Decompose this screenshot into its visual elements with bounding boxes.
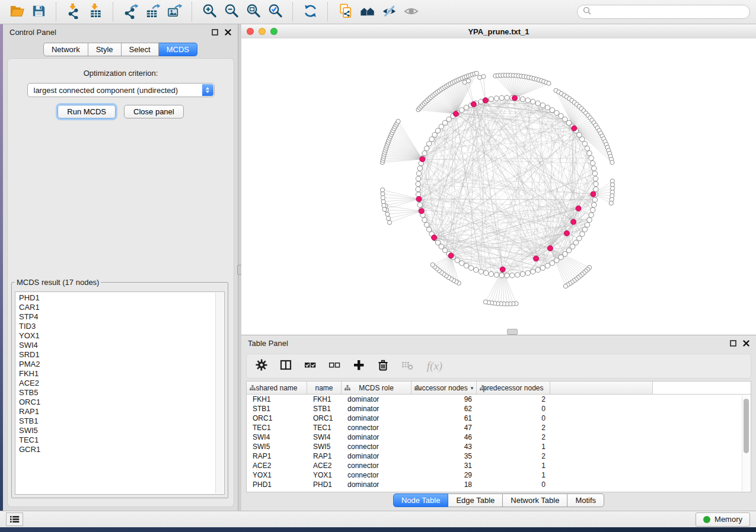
refresh-layout-button[interactable] [299, 1, 321, 23]
column-header-name[interactable]: name [307, 382, 342, 395]
mcds-result-item[interactable]: PHD1 [19, 293, 216, 303]
window-minimize-light[interactable] [259, 28, 266, 35]
mcds-result-item[interactable]: TID3 [19, 322, 216, 331]
column-type-icon [414, 385, 420, 390]
table-row[interactable]: SWI5SWI5connector431 [247, 442, 751, 451]
table-row[interactable]: RAP1RAP1dominator352 [247, 451, 751, 461]
criterion-select[interactable]: largest connected component (undirected) [27, 83, 215, 97]
mcds-result-item[interactable]: SWI4 [19, 341, 216, 350]
settings-button[interactable] [254, 359, 269, 373]
columns-button[interactable] [279, 359, 293, 373]
network-titlebar[interactable]: YPA_prune.txt_1 [241, 24, 756, 39]
clear-table-button [400, 359, 414, 373]
cell-name: RAP1 [307, 452, 342, 460]
mcds-result-item[interactable]: CAR1 [19, 303, 216, 312]
delete-row-button[interactable] [376, 359, 390, 373]
cell-MCDS-role: connector [342, 424, 412, 432]
status-menu-button[interactable] [6, 512, 23, 526]
table-row[interactable]: STB1STB1dominator620 [247, 404, 751, 414]
table-scrollbar[interactable] [742, 395, 750, 491]
open-file-button[interactable] [6, 1, 28, 23]
column-header-shared-name[interactable]: shared name [247, 382, 307, 395]
mcds-result-item[interactable]: PMA2 [19, 360, 216, 369]
table-row[interactable]: YOX1YOX1connector291 [247, 470, 751, 480]
network-canvas[interactable] [241, 39, 756, 335]
import-network-button[interactable] [63, 1, 85, 23]
deselect-all-button[interactable] [327, 359, 342, 373]
cell-shared-name: RAP1 [247, 452, 307, 460]
cell-MCDS-role: dominator [342, 395, 412, 403]
mcds-result-item[interactable]: SRD1 [19, 350, 216, 360]
save-session-button[interactable] [28, 1, 50, 23]
run-mcds-button[interactable]: Run MCDS [58, 105, 116, 118]
mcds-result-item[interactable]: FKH1 [19, 369, 216, 379]
tab-style[interactable]: Style [88, 43, 122, 56]
add-row-button[interactable] [352, 359, 366, 373]
float-panel-icon[interactable] [212, 29, 218, 36]
close-panel-button[interactable]: Close panel [124, 105, 184, 118]
zoom-selected-button[interactable] [264, 1, 286, 23]
horizontal-splitter-grip[interactable] [507, 329, 518, 335]
import-table-button[interactable] [85, 1, 107, 23]
cell-shared-name: TEC1 [247, 424, 307, 432]
tab-select[interactable]: Select [122, 43, 159, 56]
cell-predecessor-nodes: 1 [477, 471, 550, 479]
mcds-result-item[interactable]: SWI5 [19, 426, 216, 435]
tab-network-table[interactable]: Network Table [503, 493, 567, 507]
table-row[interactable]: ACE2ACE2connector311 [247, 461, 751, 470]
column-type-icon [250, 385, 256, 390]
tab-edge-table[interactable]: Edge Table [448, 493, 503, 507]
export-network-button[interactable] [120, 1, 142, 23]
mcds-result-item[interactable]: STP4 [19, 312, 216, 322]
mcds-result-item[interactable]: ORC1 [19, 398, 216, 407]
column-header-successor-nodes[interactable]: successor nodes▾ [412, 382, 477, 395]
column-header-MCDS-role[interactable]: MCDS role [342, 382, 412, 395]
cell-name: FKH1 [307, 395, 342, 403]
main-toolbar [0, 0, 756, 24]
hide-selected-button[interactable] [378, 1, 400, 23]
mcds-result-item[interactable]: RAP1 [19, 407, 216, 416]
window-close-light[interactable] [247, 28, 254, 35]
export-table-icon [145, 3, 161, 21]
table-row[interactable]: PHD1PHD1dominator180 [247, 480, 751, 489]
search-input[interactable] [595, 7, 744, 17]
network-from-selection-icon [337, 3, 353, 21]
tab-network[interactable]: Network [43, 43, 88, 56]
close-panel-icon[interactable] [225, 29, 231, 36]
open-file-icon [9, 3, 25, 21]
tab-node-table[interactable]: Node Table [393, 493, 449, 507]
column-header-predecessor-nodes[interactable]: predecessor nodes [477, 382, 550, 395]
table-tabs: Node TableEdge TableNetwork TableMotifs [241, 493, 756, 507]
memory-button[interactable]: Memory [696, 512, 750, 527]
export-image-button[interactable] [164, 1, 186, 23]
scrollbar-thumb[interactable] [744, 399, 749, 453]
tab-mcds[interactable]: MCDS [159, 43, 197, 56]
mcds-result-item[interactable]: STB5 [19, 388, 216, 398]
tab-motifs[interactable]: Motifs [567, 493, 604, 507]
zoom-fit-button[interactable] [243, 1, 264, 23]
export-table-button[interactable] [142, 1, 164, 23]
zoom-in-button[interactable] [199, 1, 221, 23]
float-panel-icon[interactable] [730, 340, 736, 347]
cell-name: TEC1 [307, 424, 342, 432]
search-box[interactable] [577, 5, 750, 19]
cell-name: PHD1 [307, 480, 342, 489]
zoom-selected-icon [267, 3, 283, 21]
table-row[interactable]: TEC1TEC1connector472 [247, 423, 751, 432]
mcds-result-item[interactable]: STB1 [19, 416, 216, 426]
close-panel-icon[interactable] [743, 340, 749, 347]
first-neighbors-button[interactable] [356, 1, 378, 23]
mcds-list-scrollbar[interactable] [215, 293, 224, 493]
mcds-result-item[interactable]: ACE2 [19, 379, 216, 388]
table-row[interactable]: ORC1ORC1dominator610 [247, 414, 751, 423]
mcds-result-item[interactable]: YOX1 [19, 331, 216, 341]
table-row[interactable]: FKH1FKH1dominator962 [247, 395, 751, 404]
mcds-result-item[interactable]: GCR1 [19, 445, 216, 454]
select-all-button[interactable] [303, 359, 317, 373]
zoom-out-icon [224, 3, 240, 21]
table-row[interactable]: SWI4SWI4dominator462 [247, 432, 751, 442]
zoom-out-button[interactable] [221, 1, 243, 23]
mcds-result-item[interactable]: TEC1 [19, 435, 216, 445]
window-zoom-light[interactable] [270, 28, 277, 35]
network-from-selection-button[interactable] [334, 1, 356, 23]
